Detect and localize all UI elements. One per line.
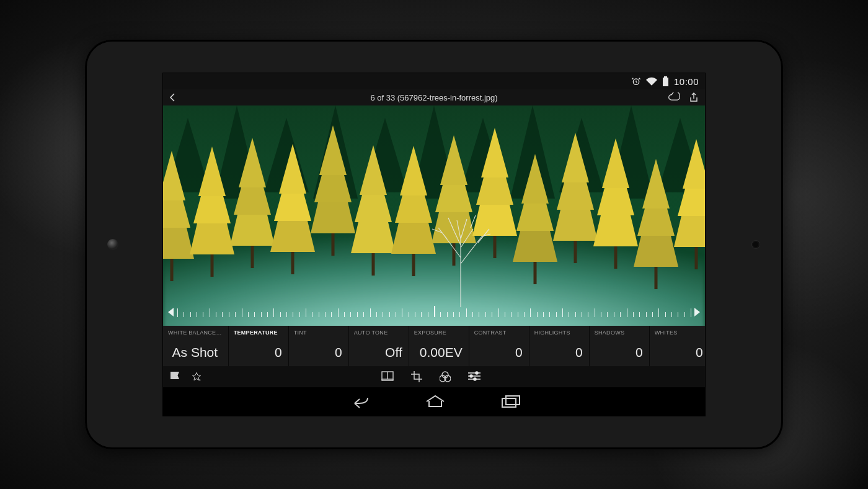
slider-right-arrow[interactable] [694, 308, 700, 316]
app-header: 6 of 33 (567962-trees-in-forrest.jpg) [163, 89, 705, 105]
back-button[interactable] [163, 93, 182, 102]
bare-tree [423, 183, 498, 307]
cloud-icon[interactable] [668, 92, 680, 101]
star-icon[interactable] [192, 372, 202, 382]
slider-left-arrow[interactable] [168, 308, 174, 316]
flag-icon[interactable] [170, 372, 179, 379]
param-shadows[interactable]: SHADOWS0 [589, 326, 649, 366]
compare-icon[interactable] [381, 371, 394, 381]
svg-rect-10 [506, 396, 520, 405]
nav-home-icon[interactable] [425, 395, 446, 408]
alarm-icon [631, 76, 641, 86]
svg-rect-9 [502, 398, 516, 407]
share-icon[interactable] [689, 92, 699, 102]
crop-icon[interactable] [411, 371, 422, 382]
param-white-balance[interactable]: WHITE BALANCE…As Shot [163, 326, 228, 366]
param-whites[interactable]: WHITES0 [649, 326, 705, 366]
photo-canvas[interactable] [163, 105, 705, 326]
status-bar: 10:00 [163, 73, 705, 89]
battery-icon [662, 76, 669, 86]
nav-recent-icon[interactable] [502, 395, 520, 408]
camera-front [107, 239, 118, 250]
param-exposure[interactable]: EXPOSURE0.00EV [409, 326, 469, 366]
param-contrast[interactable]: CONTRAST0 [469, 326, 529, 366]
value-slider[interactable] [168, 305, 700, 320]
svg-point-8 [474, 378, 476, 380]
param-strip[interactable]: WHITE BALANCE…As ShotTEMPERATURE0TINT0AU… [163, 326, 705, 366]
sensor-dot [752, 241, 760, 248]
android-navbar [163, 387, 705, 416]
screen: 10:00 6 of 33 (567962-trees-in-forrest.j… [163, 73, 705, 416]
tool-row [163, 366, 705, 387]
adjust-icon[interactable] [468, 371, 480, 381]
svg-point-1 [200, 380, 200, 380]
param-temperature[interactable]: TEMPERATURE0 [228, 326, 288, 366]
nav-back-icon[interactable] [348, 395, 369, 408]
param-highlights[interactable]: HIGHLIGHTS0 [529, 326, 589, 366]
status-clock: 10:00 [674, 76, 699, 87]
param-tint[interactable]: TINT0 [288, 326, 348, 366]
tablet-frame: 10:00 6 of 33 (567962-trees-in-forrest.j… [85, 40, 783, 449]
presets-icon[interactable] [440, 371, 451, 382]
image-title: 6 of 33 (567962-trees-in-forrest.jpg) [163, 93, 705, 102]
svg-point-6 [476, 372, 478, 374]
svg-point-7 [470, 375, 472, 377]
wifi-icon [646, 77, 657, 86]
param-auto-tone[interactable]: AUTO TONEOff [348, 326, 409, 366]
